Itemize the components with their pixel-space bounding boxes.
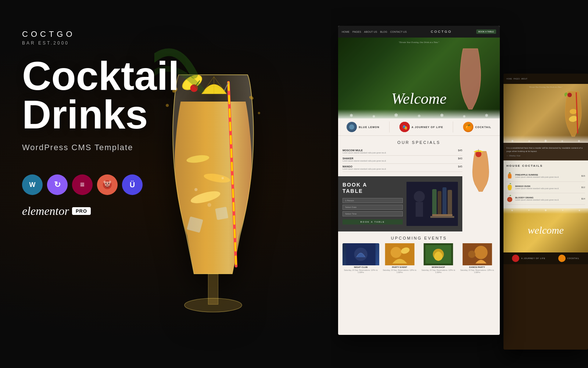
main-title: Cocktail Drinks [22,57,198,134]
events-title: UPCOMING EVENTS [343,236,495,240]
svg-rect-46 [442,187,447,215]
nav-items: HOME PAGES ABOUT US BLOG CONTACT US [342,31,407,33]
main-preview: HOME PAGES ABOUT US BLOG CONTACT US COCT… [338,26,500,335]
book-form-container: BOOK ATABLE 1 Person Select Date Select … [343,182,403,226]
date-input[interactable]: Select Date [343,205,403,210]
mango-dusk-price: $12 [581,186,585,188]
secondary-house-cocktails: HOUSE COCTAILS PINEAPPLE SUNRISE Lorem i… [503,160,588,208]
shaker-name: SHAKER [343,157,386,160]
secondary-icon-cocktail: COCKTAIL [558,255,580,262]
book-submit-btn[interactable]: BOOK A TABLE [343,219,403,224]
dance-party-img [459,243,496,265]
reviewer-name: — Marley Vue [506,155,585,157]
mango-icon [506,183,513,191]
dance-party-name: DANCE PARTY [459,265,496,269]
moscow-mule-desc: Lorem ipsum sitamet standard nulla justo… [343,152,386,154]
specials-title: OUR SPECIALS [343,140,495,145]
svg-point-59 [474,246,487,259]
svg-text:🍊: 🍊 [465,124,472,130]
secondary-nav: HOME PAGES ABOUT [506,78,527,80]
journey-label: A JOURNEY OF LIFE [412,126,443,128]
svg-text:🎭: 🎭 [402,124,407,130]
email-badge [97,174,118,195]
secondary-welcome-text: welcome [528,224,564,236]
menu-item-content: MOSCOW MULE Lorem ipsum sitamet standard… [343,149,386,154]
blue-lemon-label: BLUE LEMON [359,126,379,128]
pineapple-desc: Lorem ipsum sitamet standard nulla justo… [515,176,559,178]
mango-name: MANGO [343,165,386,168]
ue-badge: Ü [122,174,143,195]
secondary-review: It is a established face that a reader w… [503,143,588,160]
secondary-cocktail-label: COCKTAIL [567,257,580,259]
pineapple-price: $15 [581,175,585,177]
bloody-orange-price: $14 [581,198,585,200]
menu-item-mango: MANGO Lorem ipsum sitamet standard nulla… [343,164,462,172]
dance-party-date: Saturday, 20 Sep, Reservations: 12Pm to … [459,269,496,273]
subtitle: WordPress CMS Template [22,143,198,152]
svg-point-6 [108,185,108,185]
preview-book-section: BOOK ATABLE 1 Person Select Date Select … [338,176,462,231]
wordpress-badge: W [22,174,43,195]
secondary-icon-journey: A JOURNEY OF LIFE [512,255,545,262]
cocktail-circle: 🍊 [463,122,473,132]
journey-circle: 🎭 [399,122,410,132]
event-night-club: NIGHT CLUB Saturday, 20 Sep, Reservation… [343,243,379,273]
moscow-mule-name: MOSCOW MULE [343,149,386,152]
pineapple-info: PINEAPPLE SUNRISE Lorem ipsum sitamet st… [515,174,559,178]
svg-point-39 [476,151,481,157]
persons-input[interactable]: 1 Person [343,198,403,203]
svg-rect-49 [430,216,454,218]
svg-point-18 [184,298,242,312]
technology-badges: W ↻ ≡ Ü [22,174,198,195]
icon-divider2 [453,121,453,132]
party-date: Saturday, 20 Sep, Reservations: 12Pm to … [381,269,418,273]
secondary-journey-label: A JOURNEY OF LIFE [521,257,545,259]
nav-blog: BLOG [380,31,387,33]
party-name: PARTY EVENT [381,265,418,269]
night-club-name: NIGHT CLUB [343,265,379,269]
title-line2: Drinks [22,92,148,137]
preview-nav: HOME PAGES ABOUT US BLOG CONTACT US COCT… [338,26,500,38]
bloody-orange-desc: Lorem ipsum sitamet standard nulla justo… [515,199,559,201]
secondary-glass [562,89,584,137]
mango-desc: Lorem ipsum sitamet standard nulla justo… [343,168,386,170]
mango-info: MANGO DUSK Lorem ipsum sitamet standard … [515,185,559,190]
secondary-snow-bottom: ❄ ❄ ❄ ❄ ❄ [503,135,588,143]
time-input[interactable]: Select Time [343,211,403,216]
elementor-pro: elementor PRO [22,204,198,218]
mango-price: $45 [458,165,462,168]
book-section-image [406,182,458,226]
svg-point-32 [258,112,260,114]
svg-point-5 [106,185,107,185]
secondary-hero: "Elevate Your Evening, One Drink at a Ti… [503,84,588,143]
svg-point-34 [349,124,354,130]
cocktail-pineapple: PINEAPPLE SUNRISE Lorem ipsum sitamet st… [506,170,585,182]
pro-badge: PRO [72,207,91,215]
bloody-orange-info: BLOODY ORANG Lorem ipsum sitamet standar… [515,197,559,201]
night-club-date: Saturday, 20 Sep, Reservations: 12Pm to … [343,269,379,273]
nav-home: HOME [342,31,349,33]
left-panel: COCTGO BAR EST.2000 Cocktail Drinks Word… [22,29,198,218]
moscow-mule-price: $45 [458,149,462,152]
secondary-journey-circle [512,255,519,262]
elementor-badge: ≡ [72,174,93,195]
svg-rect-47 [448,190,452,215]
svg-point-60 [468,251,475,258]
preview-events: UPCOMING EVENTS NIGHT CLUB Saturday, 20 … [338,231,500,278]
shaker-desc: Lorem ipsum sitamet standard nulla justo… [343,160,386,162]
workshop-img [420,243,457,265]
preview-book-nav-btn[interactable]: BOOK A TABLE [476,29,496,34]
preview-hero: "Elevate Your Evening, One Drink at a Ti… [338,38,500,118]
mango-content: MANGO Lorem ipsum sitamet standard nulla… [343,165,386,170]
preview-brand: COCTGO [431,30,452,33]
nav-contact: CONTACT US [390,31,407,33]
blue-lemon-circle [347,122,357,132]
cocktail-bloody-orange: BLOODY ORANG Lorem ipsum sitamet standar… [506,193,585,205]
book-table-title: BOOK ATABLE [343,182,403,194]
svg-point-64 [567,93,572,97]
secondary-header: HOME PAGES ABOUT [503,74,588,84]
icon-divider [389,121,390,132]
icon-journey: 🎭 A JOURNEY OF LIFE [399,122,443,132]
hero-glass [456,45,485,111]
house-cocktails-title: HOUSE COCTAILS [506,164,585,167]
